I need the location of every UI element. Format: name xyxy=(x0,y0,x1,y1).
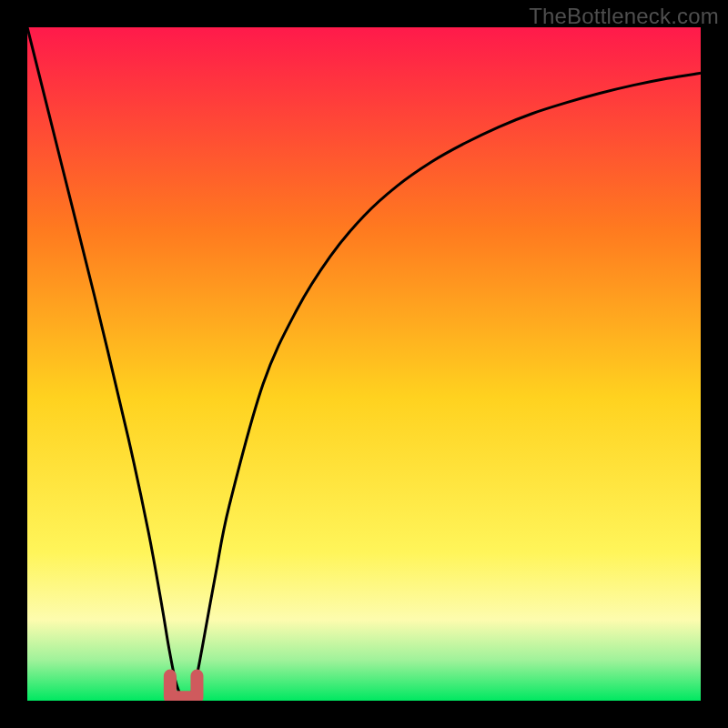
plot-area xyxy=(27,27,701,701)
watermark-text: TheBottleneck.com xyxy=(529,4,719,29)
gradient-background xyxy=(27,27,701,701)
bottleneck-chart xyxy=(27,27,701,701)
chart-frame: TheBottleneck.com xyxy=(0,0,728,728)
